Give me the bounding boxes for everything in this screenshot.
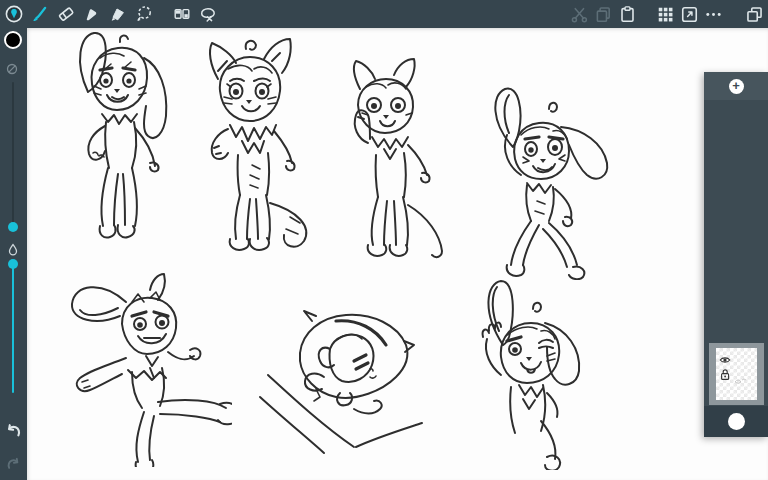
sketch-character-4 <box>465 85 615 280</box>
redo-button[interactable] <box>6 456 21 475</box>
add-layer-button[interactable]: + <box>729 79 744 94</box>
brush-icon <box>30 4 50 24</box>
opacity-slider[interactable] <box>12 265 14 393</box>
paste-icon <box>618 5 637 24</box>
scissors-icon <box>570 5 589 24</box>
eraser-icon <box>56 4 76 24</box>
app-window: + <box>0 0 768 480</box>
toolbar-right-group <box>567 0 768 28</box>
cut-button[interactable] <box>567 0 591 28</box>
eraser-tool-button[interactable] <box>53 0 79 28</box>
paint-brush-icon <box>108 4 128 24</box>
fullscreen-icon <box>680 5 699 24</box>
lasso-select-icon <box>134 4 154 24</box>
brush-tool-button[interactable] <box>27 0 53 28</box>
left-tool-sidebar <box>0 28 27 480</box>
brush-size-slider[interactable] <box>12 82 14 228</box>
more-options-button[interactable] <box>701 0 725 28</box>
drawing-canvas[interactable] <box>27 28 768 480</box>
layers-icon <box>745 5 764 24</box>
copy-button[interactable] <box>591 0 615 28</box>
undo-button[interactable] <box>5 422 22 443</box>
no-color-icon[interactable] <box>6 61 18 79</box>
more-icon <box>704 5 723 24</box>
grid-view-button[interactable] <box>653 0 677 28</box>
marker-tool-button[interactable] <box>79 0 105 28</box>
tool-puck-button[interactable] <box>1 0 27 28</box>
sketch-character-2 <box>190 35 315 260</box>
layers-panel: + <box>704 72 768 437</box>
layers-toggle-button[interactable] <box>742 0 766 28</box>
sketch-character-7 <box>443 275 608 470</box>
brush-size-slider-thumb[interactable] <box>8 222 18 232</box>
top-toolbar <box>0 0 768 28</box>
sketch-character-5 <box>62 272 232 467</box>
background-color-puck[interactable] <box>728 413 745 430</box>
brush-library-button[interactable] <box>169 0 195 28</box>
lasso-select-tool-button[interactable] <box>131 0 157 28</box>
layers-panel-header: + <box>704 72 768 100</box>
grid-icon <box>656 5 675 24</box>
layer-thumbnail-sketch-mark <box>733 372 747 390</box>
current-color-swatch[interactable] <box>4 31 22 49</box>
marker-icon <box>82 4 102 24</box>
layers-list <box>704 100 768 406</box>
layers-panel-footer <box>704 406 768 437</box>
redo-icon <box>6 456 21 471</box>
sketch-character-3 <box>330 55 445 260</box>
layer-thumbnail[interactable] <box>716 348 757 400</box>
toolbar-left-group <box>0 0 221 28</box>
copy-icon <box>594 5 613 24</box>
fullscreen-button[interactable] <box>677 0 701 28</box>
layer-lock-icon[interactable] <box>719 367 731 385</box>
paste-button[interactable] <box>615 0 639 28</box>
opacity-droplet-icon <box>6 242 20 260</box>
paint-brush-tool-button[interactable] <box>105 0 131 28</box>
tool-puck-icon <box>4 4 24 24</box>
cut-selection-tool-button[interactable] <box>195 0 221 28</box>
sketch-character-6 <box>258 305 433 455</box>
cut-selection-icon <box>198 4 218 24</box>
brush-library-icon <box>172 4 192 24</box>
opacity-slider-thumb[interactable] <box>8 259 18 269</box>
layer-item-selected[interactable] <box>709 343 764 405</box>
sketch-character-1 <box>58 28 183 258</box>
undo-icon <box>5 422 22 439</box>
